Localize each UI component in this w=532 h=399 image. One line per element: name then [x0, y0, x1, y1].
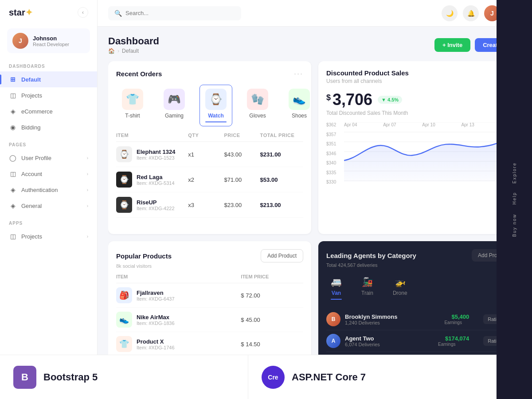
- product-image: ⌚: [116, 197, 132, 213]
- bootstrap-label: Bootstrap 5: [43, 372, 98, 383]
- aspnet-label: ASP.NET Core 7: [292, 372, 366, 383]
- list-item: B Brooklyn Simmons 1,240 Deliveries $5,4…: [326, 309, 513, 330]
- orders-table-header: ITEM QTY PRICE TOTAL PRICE: [116, 133, 303, 142]
- popular-subtitle: 8k social visitors: [116, 263, 303, 269]
- notification-icon[interactable]: 🔔: [463, 5, 479, 21]
- user-card: J Johnson React Developer: [7, 28, 90, 53]
- sidebar-section-dashboards: DASHBOARDS: [0, 57, 97, 71]
- popular-products-title: Popular Products: [116, 252, 172, 260]
- search-bar[interactable]: 🔍: [108, 6, 241, 20]
- sales-subtitle: Users from all channels: [326, 78, 409, 84]
- tab-gaming[interactable]: 🎮 Gaming: [158, 85, 191, 126]
- account-icon: ◫: [9, 170, 17, 178]
- chevron-down-icon: ›: [87, 156, 88, 160]
- product-icon: 👕: [116, 336, 132, 352]
- list-item: 🎒 Fjallraven Item: #XDG-6437 $ 72.00: [116, 283, 303, 308]
- bootstrap-promo[interactable]: B Bootstrap 5: [0, 355, 248, 399]
- sidebar-item-authentication[interactable]: ◈ Authentication ›: [0, 182, 97, 198]
- sidebar-item-ecommerce[interactable]: ◈ eCommerce: [0, 103, 97, 119]
- buy-now-label[interactable]: Buy now: [512, 214, 517, 237]
- bootstrap-icon: B: [13, 366, 36, 389]
- sales-amount: $ 3,706 ▼ 4.5%: [326, 90, 513, 109]
- products-table-header: ITEM ITEM PRICE: [116, 274, 303, 283]
- chevron-down-icon: ›: [87, 234, 88, 239]
- user-profile-icon: ◯: [9, 154, 17, 162]
- chevron-down-icon: ›: [87, 188, 88, 192]
- sidebar-logo: star✦ ‹: [0, 0, 97, 25]
- tab-van[interactable]: 🚐 Van: [326, 274, 346, 302]
- agent-tabs: 🚐 Van 🚂 Train 🚁 Drone: [326, 274, 513, 302]
- product-image: ⌚: [116, 172, 132, 188]
- projects-icon: ◫: [9, 91, 17, 99]
- top-header: 🔍 🌙 🔔 J →: [98, 0, 532, 27]
- home-icon: 🏠: [108, 48, 115, 54]
- page-content: Dashboard 🏠 › Default + Invite Create Ap…: [98, 27, 532, 399]
- tab-shoes[interactable]: 👟 Shoes: [283, 85, 311, 126]
- main-grid: Recent Orders ··· 👕 T-shirt 🎮 Gaming: [108, 61, 521, 390]
- user-role: React Developer: [33, 42, 69, 47]
- logo-star: ✦: [25, 8, 33, 17]
- sidebar-section-pages: PAGES: [0, 135, 97, 150]
- card-menu-icon[interactable]: ···: [294, 69, 303, 78]
- help-label[interactable]: Help: [512, 192, 517, 205]
- auth-icon: ◈: [9, 186, 17, 194]
- sidebar-item-user-profile[interactable]: ◯ User Profile ›: [0, 150, 97, 166]
- chevron-down-icon: ›: [87, 172, 88, 176]
- general-icon: ◈: [9, 202, 17, 210]
- aspnet-promo[interactable]: Cre ASP.NET Core 7: [248, 355, 497, 399]
- promo-bar: B Bootstrap 5 Cre ASP.NET Core 7: [0, 355, 497, 399]
- sidebar-item-projects[interactable]: ◫ Projects: [0, 87, 97, 103]
- table-row: ⌚ RiseUP Item: #XDG-4222 x3 $23.00 $213.…: [116, 192, 303, 218]
- sidebar-item-account[interactable]: ◫ Account ›: [0, 166, 97, 182]
- side-panel: Explore Help Buy now: [497, 0, 532, 399]
- dashboard-icon: ⊞: [9, 75, 17, 83]
- user-name: Johnson: [33, 35, 69, 42]
- table-row: ⌚ Elephant 1324 Item: #XDG-1523 x1 $43.0…: [116, 142, 303, 167]
- page-header: Dashboard 🏠 › Default + Invite Create Ap…: [108, 35, 521, 54]
- sidebar-item-bidding[interactable]: ◉ Bidding: [0, 119, 97, 135]
- main-content: 🔍 🌙 🔔 J → Dashboard 🏠 › Default + Invite…: [98, 0, 532, 399]
- breadcrumb: 🏠 › Default: [108, 48, 159, 54]
- search-input[interactable]: [125, 10, 235, 16]
- product-icon: 🎒: [116, 287, 132, 303]
- tab-train[interactable]: 🚂 Train: [357, 274, 378, 302]
- tab-drone[interactable]: 🚁 Drone: [388, 274, 412, 302]
- list-item: 👕 Product X Item: #XDG-1746 $ 14.50: [116, 332, 303, 356]
- theme-icon[interactable]: 🌙: [442, 5, 458, 21]
- discounted-sales-title: Discounted Product Sales: [326, 69, 409, 77]
- apps-icon: ◫: [9, 232, 17, 240]
- list-item: 👟 Nike AirMax Item: #XDG-1836 $ 45.00: [116, 308, 303, 332]
- explore-label[interactable]: Explore: [512, 162, 517, 184]
- sidebar: star✦ ‹ J Johnson React Developer DASHBO…: [0, 0, 98, 399]
- tab-watch[interactable]: ⌚ Watch: [200, 85, 232, 126]
- table-row: ⌚ Red Laga Item: #XDG-5314 x2 $71.00 $53…: [116, 167, 303, 192]
- discounted-sales-card: Discounted Product Sales Users from all …: [318, 61, 521, 234]
- sidebar-item-projects-app[interactable]: ◫ Projects ›: [0, 228, 97, 244]
- search-icon: 🔍: [114, 10, 122, 17]
- page-title: Dashboard: [108, 35, 159, 47]
- recent-orders-card: Recent Orders ··· 👕 T-shirt 🎮 Gaming: [108, 61, 311, 234]
- agents-subtitle: Total 424,567 deliveries: [326, 262, 513, 268]
- bidding-icon: ◉: [9, 123, 17, 131]
- avatar: A: [326, 334, 340, 348]
- logo-text: star✦: [9, 7, 33, 18]
- invite-button[interactable]: + Invite: [434, 38, 470, 52]
- sales-label: Total Discounted Sales This Month: [326, 110, 513, 116]
- avatar: B: [326, 312, 340, 326]
- watch-icon: ⌚: [205, 89, 227, 110]
- tab-tshirt[interactable]: 👕 T-shirt: [116, 85, 149, 126]
- recent-orders-title: Recent Orders: [116, 70, 162, 78]
- sidebar-section-apps: APPS: [0, 214, 97, 228]
- tab-gloves[interactable]: 🧤 Gloves: [241, 85, 274, 126]
- order-tabs: 👕 T-shirt 🎮 Gaming ⌚ Watch: [116, 85, 303, 126]
- product-icon: 👟: [116, 312, 132, 328]
- avatar: J: [12, 33, 28, 49]
- add-product-button[interactable]: Add Product: [261, 249, 303, 262]
- list-item: A Agent Two 6,074 Deliveries $174,074 Ea…: [326, 330, 513, 352]
- sidebar-item-default[interactable]: ⊞ Default: [0, 71, 97, 87]
- sidebar-collapse-button[interactable]: ‹: [78, 7, 88, 18]
- leading-agents-title: Leading Agents by Category: [326, 252, 416, 259]
- sidebar-item-general[interactable]: ◈ General ›: [0, 198, 97, 214]
- aspnet-icon: Cre: [262, 366, 285, 389]
- breadcrumb-current: Default: [122, 48, 139, 54]
